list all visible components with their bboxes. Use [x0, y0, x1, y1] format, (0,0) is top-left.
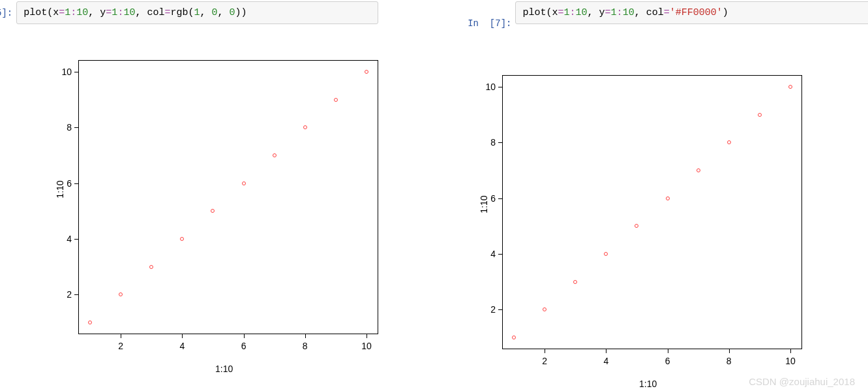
data-point [273, 153, 277, 157]
plot-frame [502, 75, 802, 349]
data-point [334, 98, 338, 102]
notebook-cells: 5]: plot(x=1:10, y=1:10, col=rgb(1, 0, 0… [0, 0, 868, 391]
x-tick-label: 4 [599, 356, 612, 366]
data-point [242, 181, 246, 185]
y-axis-label: 1:10 [55, 180, 65, 198]
x-tick-label: 10 [360, 341, 373, 351]
x-tick-label: 8 [299, 341, 312, 351]
data-point [788, 85, 792, 89]
y-tick-label: 2 [480, 304, 496, 315]
data-point [211, 209, 215, 213]
watermark: CSDN @zoujiahui_2018 [749, 376, 855, 387]
data-point [727, 140, 731, 144]
scatter-plot: 2468102468101:101:10 [443, 62, 809, 391]
plot-frame [78, 60, 378, 334]
x-tick-label: 6 [661, 356, 674, 366]
data-point [119, 292, 123, 296]
x-tick-label: 8 [723, 356, 736, 366]
x-axis-label: 1:10 [215, 364, 233, 374]
data-point [696, 168, 700, 172]
y-tick-label: 8 [56, 122, 72, 133]
data-point [666, 196, 670, 200]
x-axis-label: 1:10 [639, 379, 657, 389]
data-point [180, 237, 184, 241]
x-tick-label: 2 [114, 341, 127, 351]
data-point [758, 113, 762, 117]
x-tick-label: 6 [237, 341, 250, 351]
code-input[interactable]: plot(x=1:10, y=1:10, col=rgb(1, 0, 0)) [16, 1, 378, 24]
code-input[interactable]: plot(x=1:10, y=1:10, col='#FF0000') [515, 1, 868, 24]
x-tick-label: 10 [784, 356, 797, 366]
data-point [635, 224, 638, 228]
plot-output: 2468102468101:101:10 [443, 62, 868, 391]
y-tick-label: 4 [480, 249, 496, 259]
data-point [573, 280, 577, 284]
y-tick-label: 8 [480, 137, 496, 148]
cell-5: 5]: plot(x=1:10, y=1:10, col=rgb(1, 0, 0… [0, 1, 385, 391]
data-point [365, 70, 368, 74]
cell-prompt: In [7]: [424, 1, 511, 39]
data-point [604, 252, 608, 256]
data-point [88, 321, 92, 324]
y-tick-label: 2 [56, 289, 72, 300]
data-point [303, 125, 307, 129]
x-tick-label: 4 [175, 341, 188, 351]
y-tick-label: 10 [480, 82, 496, 92]
scatter-plot: 2468102468101:101:10 [20, 47, 385, 380]
y-tick-label: 4 [56, 234, 72, 244]
y-tick-label: 10 [56, 67, 72, 77]
x-tick-label: 2 [538, 356, 551, 366]
plot-output: 2468102468101:101:10 [20, 47, 385, 380]
cell-prompt-partial: 5]: [0, 1, 12, 18]
cell-7: In [7]: plot(x=1:10, y=1:10, col='#FF000… [424, 1, 868, 391]
data-point [149, 265, 153, 269]
y-axis-label: 1:10 [479, 195, 489, 213]
data-point [512, 336, 516, 339]
data-point [543, 307, 546, 311]
